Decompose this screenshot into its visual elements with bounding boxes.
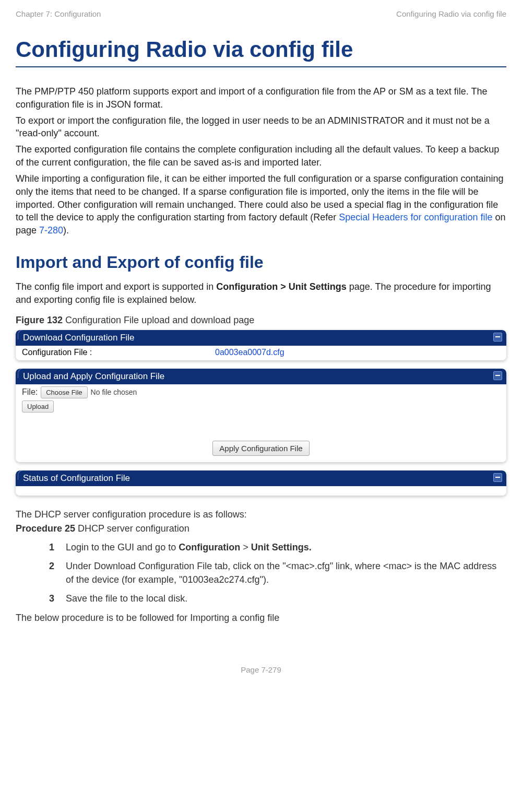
step-3: 3 Save the file to the local disk. <box>49 592 506 605</box>
intro-para-3: The exported configuration file contains… <box>16 143 506 169</box>
step-1: 1 Login to the GUI and go to Configurati… <box>49 540 506 554</box>
procedure-number: Procedure 25 <box>16 523 75 534</box>
page-title: Configuring Radio via config file <box>16 37 506 62</box>
step-3-text: Save the file to the local disk. <box>66 593 187 604</box>
collapse-icon[interactable] <box>493 371 502 380</box>
choose-file-button[interactable]: Choose File <box>41 386 87 398</box>
step-num: 1 <box>49 540 54 554</box>
intro-para-1: The PMP/PTP 450 platform supports export… <box>16 85 506 111</box>
upload-panel-title: Upload and Apply Configuration File <box>23 371 164 381</box>
config-path: Configuration > Unit Settings <box>216 281 347 292</box>
apply-config-button[interactable]: Apply Configuration File <box>212 441 309 456</box>
download-panel-header: Download Configuration File <box>16 330 506 346</box>
link-page-ref[interactable]: 7-280 <box>39 225 63 236</box>
intro-para-4: While importing a configuration file, it… <box>16 172 506 237</box>
config-file-label: Configuration File : <box>22 348 215 357</box>
link-special-headers[interactable]: Special Headers for configuration file <box>339 212 492 222</box>
collapse-icon[interactable] <box>493 333 502 342</box>
file-label: File: <box>22 387 38 397</box>
procedure-caption-text: DHCP server configuration <box>75 523 189 534</box>
intro-4-tail: ). <box>63 225 69 236</box>
figure-caption: Figure 132 Configuration File upload and… <box>16 315 506 326</box>
upload-panel-header: Upload and Apply Configuration File <box>16 369 506 384</box>
section-import-export: Import and Export of config file <box>16 253 506 272</box>
collapse-icon[interactable] <box>493 473 502 482</box>
after-steps: The below procedure is to be followed fo… <box>16 613 506 623</box>
figure-caption-text: Configuration File upload and download p… <box>63 315 254 325</box>
step-1-b: Configuration <box>179 542 240 552</box>
status-config-panel: Status of Configuration File <box>16 470 506 496</box>
step-2: 2 Under Download Configuration File tab,… <box>49 559 506 586</box>
step-1-a: Login to the GUI and go to <box>66 542 179 552</box>
figure-number: Figure 132 <box>16 315 63 325</box>
config-file-link[interactable]: 0a003ea0007d.cfg <box>215 348 284 357</box>
header-left: Chapter 7: Configuration <box>16 9 101 18</box>
upload-button[interactable]: Upload <box>22 401 54 413</box>
step-1-c: > <box>240 542 251 552</box>
page-number: Page 7-279 <box>16 665 506 674</box>
intro-para-2: To export or import the configuration fi… <box>16 114 506 140</box>
step-1-d: Unit Settings. <box>251 542 312 552</box>
no-file-text: No file chosen <box>91 388 137 396</box>
download-config-panel: Download Configuration File Configuratio… <box>16 330 506 360</box>
status-panel-title: Status of Configuration File <box>23 473 130 483</box>
header-right: Configuring Radio via config file <box>396 9 506 18</box>
status-panel-header: Status of Configuration File <box>16 470 506 486</box>
section-intro: The config file import and export is sup… <box>16 280 506 307</box>
step-num: 2 <box>49 559 54 573</box>
s2intro-a: The config file import and export is sup… <box>16 281 216 292</box>
step-2-text: Under Download Configuration File tab, c… <box>66 561 496 585</box>
page-header: Chapter 7: Configuration Configuring Rad… <box>16 9 506 18</box>
procedure-intro: The DHCP server configuration procedure … <box>16 509 506 520</box>
upload-config-panel: Upload and Apply Configuration File File… <box>16 369 506 462</box>
step-num: 3 <box>49 592 54 605</box>
procedure-caption: Procedure 25 DHCP server configuration <box>16 523 506 534</box>
download-panel-title: Download Configuration File <box>23 333 135 343</box>
procedure-steps: 1 Login to the GUI and go to Configurati… <box>16 540 506 605</box>
title-rule <box>16 66 506 67</box>
